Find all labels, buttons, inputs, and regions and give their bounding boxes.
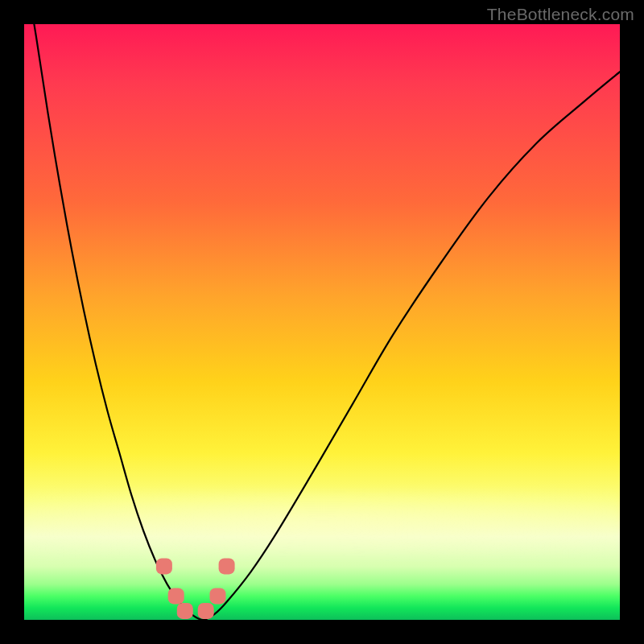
curve-layer <box>24 24 620 620</box>
optimal-marker <box>219 558 235 574</box>
plot-area <box>24 24 620 620</box>
optimal-marker <box>210 588 226 604</box>
bottleneck-curve <box>24 24 620 620</box>
optimal-markers <box>156 558 235 619</box>
optimal-marker <box>168 588 184 604</box>
optimal-marker <box>198 603 214 619</box>
optimal-marker <box>177 603 193 619</box>
watermark-text: TheBottleneck.com <box>487 5 634 24</box>
optimal-marker <box>156 558 172 574</box>
